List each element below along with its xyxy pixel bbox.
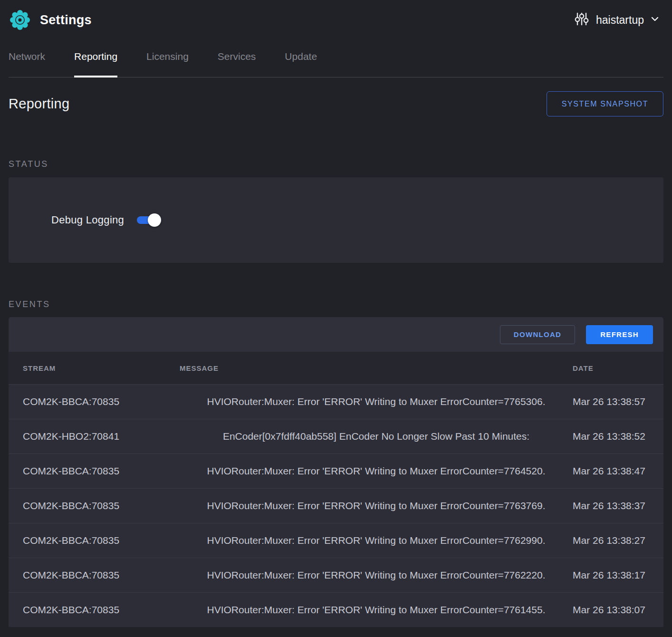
date-cell: Mar 26 13:38:57 — [573, 396, 652, 407]
date-cell: Mar 26 13:38:17 — [573, 569, 652, 581]
table-row: COM2K-BBCA:70835 HVIORouter:Muxer: Error… — [9, 558, 663, 592]
table-row: COM2K-BBCA:70835 HVIORouter:Muxer: Error… — [9, 488, 663, 523]
message-cell: HVIORouter:Muxer: Error 'ERROR' Writing … — [180, 535, 573, 546]
stream-cell: COM2K-BBCA:70835 — [23, 396, 180, 407]
message-cell: HVIORouter:Muxer: Error 'ERROR' Writing … — [180, 569, 573, 581]
date-cell: Mar 26 13:38:07 — [573, 604, 652, 616]
tab-licensing[interactable]: Licensing — [146, 51, 189, 77]
date-cell: Mar 26 13:38:47 — [573, 465, 652, 477]
date-cell: Mar 26 13:38:52 — [573, 431, 652, 442]
gear-icon — [9, 9, 31, 31]
status-section-label: STATUS — [9, 159, 663, 169]
date-cell: Mar 26 13:38:37 — [573, 500, 652, 512]
message-cell: HVIORouter:Muxer: Error 'ERROR' Writing … — [180, 500, 573, 512]
message-cell: HVIORouter:Muxer: Error 'ERROR' Writing … — [180, 604, 573, 616]
tab-reporting[interactable]: Reporting — [74, 51, 117, 77]
table-row: COM2K-BBCA:70835 HVIORouter:Muxer: Error… — [9, 454, 663, 488]
chevron-down-icon — [650, 14, 660, 26]
tab-network[interactable]: Network — [9, 51, 45, 77]
tab-services[interactable]: Services — [218, 51, 256, 77]
app-title: Settings — [40, 13, 92, 28]
message-cell: HVIORouter:Muxer: Error 'ERROR' Writing … — [180, 396, 573, 407]
debug-logging-toggle[interactable] — [137, 216, 158, 224]
account-menu[interactable]: haistartup — [574, 11, 660, 29]
download-button[interactable]: DOWNLOAD — [500, 325, 575, 344]
events-table-header: STREAM MESSAGE DATE — [9, 352, 663, 384]
stream-cell: COM2K-HBO2:70841 — [23, 431, 180, 442]
column-header-date: DATE — [573, 364, 652, 372]
sliders-icon — [574, 11, 590, 29]
column-header-stream: STREAM — [23, 364, 180, 372]
stream-cell: COM2K-BBCA:70835 — [23, 569, 180, 581]
events-toolbar: DOWNLOAD REFRESH — [9, 317, 663, 352]
app-header: Settings haistartup — [0, 0, 672, 31]
page-title: Reporting — [9, 96, 69, 112]
message-cell: HVIORouter:Muxer: Error 'ERROR' Writing … — [180, 465, 573, 477]
stream-cell: COM2K-BBCA:70835 — [23, 604, 180, 616]
tab-bar: Network Reporting Licensing Services Upd… — [9, 51, 663, 77]
column-header-message: MESSAGE — [180, 364, 573, 372]
table-row: COM2K-BBCA:70835 HVIORouter:Muxer: Error… — [9, 523, 663, 558]
tab-update[interactable]: Update — [285, 51, 317, 77]
stream-cell: COM2K-BBCA:70835 — [23, 535, 180, 546]
events-section-label: EVENTS — [9, 299, 663, 309]
stream-cell: COM2K-BBCA:70835 — [23, 465, 180, 477]
date-cell: Mar 26 13:38:27 — [573, 535, 652, 546]
system-snapshot-button[interactable]: SYSTEM SNAPSHOT — [547, 91, 663, 116]
table-row: COM2K-HBO2:70841 EnCoder[0x7fdff40ab558]… — [9, 419, 663, 454]
debug-logging-label: Debug Logging — [51, 214, 124, 226]
refresh-button[interactable]: REFRESH — [586, 325, 653, 344]
events-card: DOWNLOAD REFRESH STREAM MESSAGE DATE COM… — [9, 317, 663, 627]
table-row: COM2K-BBCA:70835 HVIORouter:Muxer: Error… — [9, 384, 663, 419]
toggle-knob — [148, 213, 161, 227]
stream-cell: COM2K-BBCA:70835 — [23, 500, 180, 512]
status-card: Debug Logging — [9, 177, 663, 263]
table-row: COM2K-BBCA:70835 HVIORouter:Muxer: Error… — [9, 592, 663, 627]
message-cell: EnCoder[0x7fdff40ab558] EnCoder No Longe… — [180, 431, 573, 442]
account-name: haistartup — [596, 14, 644, 27]
